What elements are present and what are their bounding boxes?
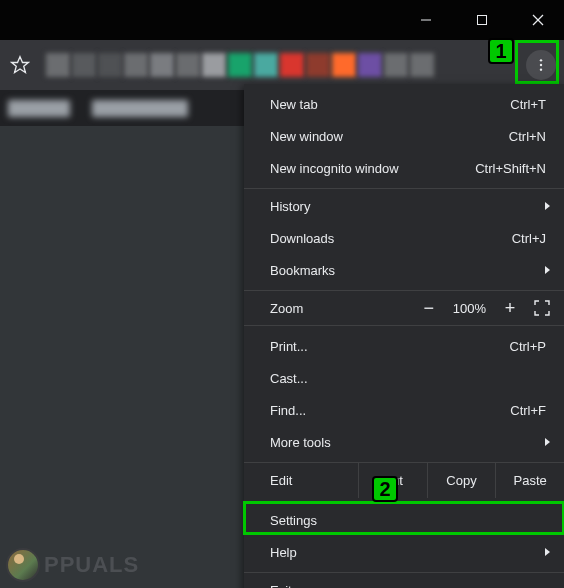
extension-icon[interactable] [384, 53, 408, 77]
minimize-icon [420, 14, 432, 26]
menu-label: Help [270, 545, 546, 560]
menu-label: Find... [270, 403, 510, 418]
submenu-chevron-icon [545, 266, 550, 274]
extension-icon[interactable] [358, 53, 382, 77]
menu-label: Exit [270, 583, 546, 588]
extension-icon[interactable] [98, 53, 122, 77]
window-maximize-button[interactable] [464, 2, 500, 38]
extension-icon[interactable] [72, 53, 96, 77]
menu-shortcut: Ctrl+F [510, 403, 546, 418]
menu-item-history[interactable]: History [244, 188, 564, 222]
menu-item-print[interactable]: Print... Ctrl+P [244, 330, 564, 362]
menu-shortcut: Ctrl+T [510, 97, 546, 112]
menu-shortcut: Ctrl+N [509, 129, 546, 144]
extension-icons [46, 53, 434, 77]
menu-label: More tools [270, 435, 546, 450]
menu-item-new-tab[interactable]: New tab Ctrl+T [244, 88, 564, 120]
extension-icon[interactable] [150, 53, 174, 77]
menu-label: Downloads [270, 231, 512, 246]
fullscreen-button[interactable] [534, 300, 550, 316]
svg-rect-1 [478, 16, 487, 25]
submenu-chevron-icon [545, 438, 550, 446]
window-close-button[interactable] [520, 2, 556, 38]
obscured-item [92, 100, 188, 117]
menu-item-find[interactable]: Find... Ctrl+F [244, 394, 564, 426]
menu-label: Edit [270, 473, 358, 488]
extension-icon[interactable] [124, 53, 148, 77]
window-minimize-button[interactable] [408, 2, 444, 38]
edit-paste-button[interactable]: Paste [495, 463, 564, 498]
annotation-callout-1: 1 [488, 38, 514, 64]
menu-item-bookmarks[interactable]: Bookmarks [244, 254, 564, 286]
menu-label: New window [270, 129, 509, 144]
menu-item-downloads[interactable]: Downloads Ctrl+J [244, 222, 564, 254]
extension-icon[interactable] [202, 53, 226, 77]
menu-item-new-window[interactable]: New window Ctrl+N [244, 120, 564, 152]
close-icon [532, 14, 544, 26]
extension-icon[interactable] [254, 53, 278, 77]
extension-icon[interactable] [280, 53, 304, 77]
menu-shortcut: Ctrl+P [510, 339, 546, 354]
zoom-in-button[interactable]: + [502, 299, 518, 317]
extension-icon[interactable] [176, 53, 200, 77]
menu-label: Cast... [270, 371, 546, 386]
menu-item-zoom: Zoom − 100% + [244, 290, 564, 326]
chrome-main-menu: New tab Ctrl+T New window Ctrl+N New inc… [244, 84, 564, 588]
menu-item-cast[interactable]: Cast... [244, 362, 564, 394]
menu-label: New tab [270, 97, 510, 112]
menu-shortcut: Ctrl+J [512, 231, 546, 246]
zoom-out-button[interactable]: − [421, 299, 437, 317]
bookmark-star-icon[interactable] [8, 53, 32, 77]
browser-toolbar [0, 40, 564, 90]
fullscreen-icon [534, 300, 550, 316]
menu-item-help[interactable]: Help [244, 536, 564, 568]
extension-icon[interactable] [332, 53, 356, 77]
window-titlebar [0, 0, 564, 40]
menu-label: Bookmarks [270, 263, 546, 278]
zoom-value: 100% [453, 301, 486, 316]
submenu-chevron-icon [545, 202, 550, 210]
svg-marker-4 [12, 57, 29, 73]
menu-item-exit[interactable]: Exit [244, 572, 564, 588]
menu-shortcut: Ctrl+Shift+N [475, 161, 546, 176]
extension-icon[interactable] [46, 53, 70, 77]
menu-item-more-tools[interactable]: More tools [244, 426, 564, 458]
menu-label: Print... [270, 339, 510, 354]
menu-item-settings[interactable]: Settings [244, 502, 564, 536]
menu-label: Zoom [270, 301, 421, 316]
menu-item-new-incognito[interactable]: New incognito window Ctrl+Shift+N [244, 152, 564, 184]
edit-copy-button[interactable]: Copy [427, 463, 496, 498]
watermark-text: PPUALS [44, 552, 139, 578]
watermark-icon [6, 548, 40, 582]
submenu-chevron-icon [545, 548, 550, 556]
annotation-callout-2: 2 [372, 476, 398, 502]
extension-icon[interactable] [306, 53, 330, 77]
watermark-logo: PPUALS [6, 548, 139, 582]
menu-item-edit: Edit Cut Copy Paste [244, 462, 564, 498]
annotation-highlight-1 [515, 40, 559, 84]
extension-icon[interactable] [228, 53, 252, 77]
annotation-highlight-2 [243, 501, 564, 535]
menu-label: New incognito window [270, 161, 475, 176]
maximize-icon [476, 14, 488, 26]
menu-label: History [270, 199, 546, 214]
extension-icon[interactable] [410, 53, 434, 77]
obscured-item [8, 100, 70, 117]
